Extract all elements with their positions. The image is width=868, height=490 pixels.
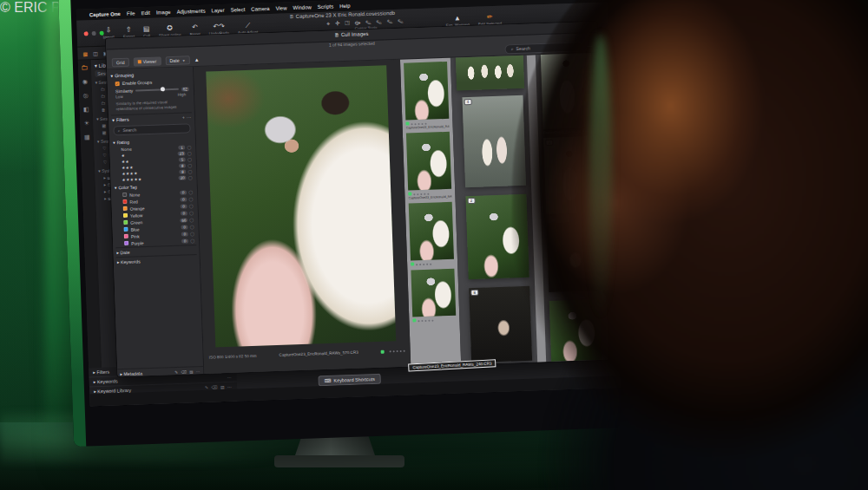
thumbnail-filename: CaptureOne23_EricRonald_RAWs_598.CR3 [406,125,450,130]
edit-selected-icon: ✏ [487,14,493,21]
menu-select[interactable]: Select [230,6,245,12]
filters-header[interactable]: ▾ Filters + ⋯ [111,113,192,124]
close-window-button[interactable] [84,31,89,36]
section-tools-icons[interactable]: ⋯ [227,375,232,380]
sort-warning-icon: ▲ [194,57,200,62]
similarity-low-label: Low [115,95,123,99]
reset-icon: ↶ [192,24,198,31]
filters-search-input[interactable]: ⌕Search [113,123,190,135]
minimize-window-button[interactable] [92,31,96,36]
menu-view[interactable]: View [275,5,286,10]
menu-capture-one[interactable]: Capture One [89,10,121,16]
green-color-tag-icon[interactable] [381,350,385,353]
multi-view-icon[interactable]: ◫ [93,49,98,56]
similarity-slider[interactable] [135,88,178,92]
monitor-stand-base [274,455,404,467]
selected-photo[interactable] [206,65,396,347]
exif-readout: ISO 800 1/400 s f/2 50 mm [209,354,257,360]
details-tab-icon[interactable]: ▦ [84,134,90,140]
color-swatch [122,199,127,204]
album-icon: ▦ [102,123,106,128]
folder-icon: 🗀 [101,94,105,99]
thumbnail-filename: CaptureOne23_EricRonald_RAWs_600.CR3 [408,195,451,200]
group-count-badge: 2 [468,198,476,204]
cull-sort-select[interactable]: Date▼ [165,56,190,65]
filmstrip-thumbnail[interactable]: CaptureOne23_EricRonald_RAWs_600.CR3 [406,132,452,200]
menu-scripts[interactable]: Scripts [318,3,334,10]
warning-triangle-icon: ▲ [454,15,461,22]
cull-grid-toggle[interactable]: Grid [112,58,129,68]
color-swatch [124,241,128,245]
trash-icon: 🗑 [102,108,106,113]
similarity-value: 62 [181,87,190,91]
person-shoulder [417,299,868,490]
keyboard-icon: ⌨ [325,378,332,383]
rating-dots [414,261,431,267]
import-icon: ⇩ [106,27,112,34]
thumbnail-photo[interactable] [406,132,451,191]
color-swatch [124,234,128,238]
grouping-panel: ▾ Grouping ✓ Enable Groups Similarity 62… [107,67,204,377]
document-icon: 🗎 [289,14,294,19]
heart-icon: ♡ [103,160,108,165]
keywords-filter-section[interactable]: ▸ Keywords [116,254,197,266]
viewer-filename: CaptureOne23_EricRonald_RAWs_570.CR3 [260,350,378,358]
menu-camera[interactable]: Camera [251,5,270,11]
slider-knob[interactable] [161,87,165,91]
search-icon: ⌕ [510,46,513,52]
chevron-down-icon: ▼ [182,58,186,62]
checkbox-checked-icon: ✓ [115,82,120,86]
album-icon: ▦ [102,130,107,135]
menu-layer[interactable]: Layer [211,7,224,13]
viewer-info-bar: ISO 800 1/400 s f/2 50 mm CaptureOne23_E… [209,349,405,360]
color-tab-icon[interactable]: ◧ [83,106,89,113]
menu-adjustments[interactable]: Adjustments [176,8,205,14]
group-thumbnail[interactable] [456,53,524,91]
traffic-lights[interactable] [84,31,104,36]
person-rim-light [589,35,612,321]
library-tab-icon[interactable]: 🗀 [81,63,88,71]
folder-icon: 🗀 [101,101,105,106]
color-swatch [122,193,127,197]
group-count-badge: 8 [470,290,478,296]
capture-tab-icon[interactable]: ◉ [82,78,88,85]
filmstrip-thumbnail[interactable] [409,202,455,267]
color-swatch [123,220,128,225]
menu-file[interactable]: File [127,10,135,16]
metadata-tools-icons[interactable]: ✎ ⌫ ▤ ⋯ [174,369,201,375]
cull-viewer-toggle[interactable]: Viewer [133,56,161,66]
rating-dots[interactable] [388,349,405,354]
undo-redo-icon: ↶↷ [213,23,225,30]
search-icon: ⌕ [117,127,120,134]
menu-window[interactable]: Window [293,4,312,10]
menu-image[interactable]: Image [156,9,171,15]
color-swatch [123,206,128,211]
exposure-tab-icon[interactable]: ☀ [83,120,89,127]
color-swatch [123,213,128,218]
thumbnail-photo[interactable] [409,202,454,261]
folder-icon: 🗀 [101,87,105,92]
color-swatch [123,227,128,232]
lens-tab-icon[interactable]: ◎ [82,92,88,99]
cull-viewer-area: ISO 800 1/400 s f/2 50 mm CaptureOne23_E… [194,60,411,376]
add-filter-icon[interactable]: + ⋯ [182,114,191,120]
heart-icon: ♡ [102,153,107,158]
grid-view-icon[interactable]: ▦ [82,50,88,56]
group-count-badge: 4 [464,99,472,105]
similarity-high-label: High [178,92,187,96]
auto-adjust-icon: ⟋ [245,23,250,29]
document-icon: 🗎 [334,32,339,37]
heart-icon: ♡ [102,146,107,151]
menu-help[interactable]: Help [339,3,351,8]
menu-edit[interactable]: Edit [141,10,150,15]
cull-icon: ▤ [143,26,150,33]
filmstrip-thumbnail[interactable]: CaptureOne23_EricRonald_RAWs_598.CR3 [404,62,450,130]
viewer-active-icon [138,60,141,63]
export-icon: ⇧ [126,27,132,34]
share-icon: ✪ [167,25,173,32]
thumbnail-photo[interactable] [404,62,449,121]
